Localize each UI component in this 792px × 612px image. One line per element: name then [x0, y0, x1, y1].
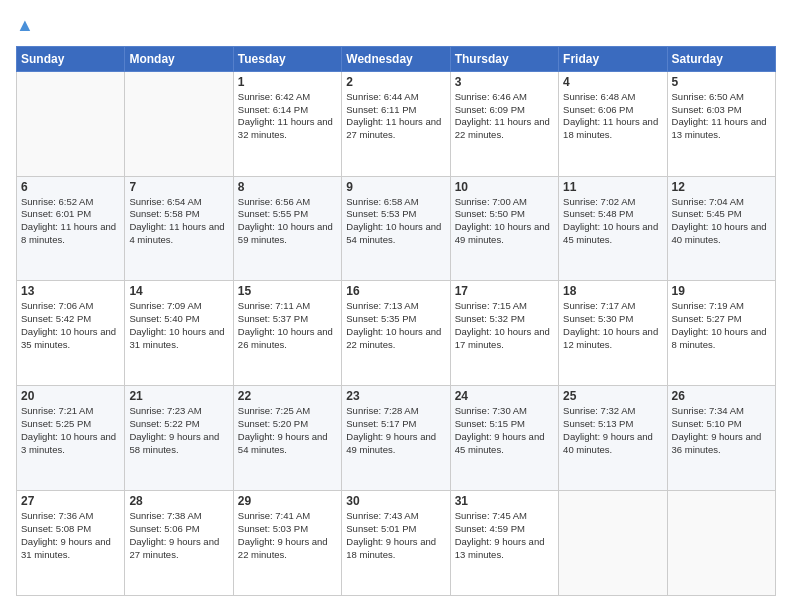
day-number: 16	[346, 284, 445, 298]
calendar-cell	[559, 491, 667, 596]
weekday-header-saturday: Saturday	[667, 46, 775, 71]
page: ▲ SundayMondayTuesdayWednesdayThursdayFr…	[0, 0, 792, 612]
day-number: 6	[21, 180, 120, 194]
logo-text: ▲	[16, 15, 34, 35]
calendar-cell: 4Sunrise: 6:48 AMSunset: 6:06 PMDaylight…	[559, 71, 667, 176]
day-info: Sunrise: 7:38 AMSunset: 5:06 PMDaylight:…	[129, 510, 228, 561]
day-info: Sunrise: 6:42 AMSunset: 6:14 PMDaylight:…	[238, 91, 337, 142]
calendar-cell: 26Sunrise: 7:34 AMSunset: 5:10 PMDayligh…	[667, 386, 775, 491]
day-info: Sunrise: 7:45 AMSunset: 4:59 PMDaylight:…	[455, 510, 554, 561]
day-info: Sunrise: 7:06 AMSunset: 5:42 PMDaylight:…	[21, 300, 120, 351]
calendar-cell: 19Sunrise: 7:19 AMSunset: 5:27 PMDayligh…	[667, 281, 775, 386]
day-number: 28	[129, 494, 228, 508]
weekday-header-row: SundayMondayTuesdayWednesdayThursdayFrid…	[17, 46, 776, 71]
day-number: 22	[238, 389, 337, 403]
day-info: Sunrise: 7:15 AMSunset: 5:32 PMDaylight:…	[455, 300, 554, 351]
day-number: 5	[672, 75, 771, 89]
weekday-header-wednesday: Wednesday	[342, 46, 450, 71]
calendar-cell: 29Sunrise: 7:41 AMSunset: 5:03 PMDayligh…	[233, 491, 341, 596]
day-info: Sunrise: 7:43 AMSunset: 5:01 PMDaylight:…	[346, 510, 445, 561]
day-number: 11	[563, 180, 662, 194]
calendar-cell: 5Sunrise: 6:50 AMSunset: 6:03 PMDaylight…	[667, 71, 775, 176]
calendar-cell: 2Sunrise: 6:44 AMSunset: 6:11 PMDaylight…	[342, 71, 450, 176]
day-info: Sunrise: 7:25 AMSunset: 5:20 PMDaylight:…	[238, 405, 337, 456]
day-number: 10	[455, 180, 554, 194]
day-number: 25	[563, 389, 662, 403]
day-number: 26	[672, 389, 771, 403]
calendar-table: SundayMondayTuesdayWednesdayThursdayFrid…	[16, 46, 776, 596]
calendar-cell: 8Sunrise: 6:56 AMSunset: 5:55 PMDaylight…	[233, 176, 341, 281]
calendar-cell: 27Sunrise: 7:36 AMSunset: 5:08 PMDayligh…	[17, 491, 125, 596]
day-info: Sunrise: 7:30 AMSunset: 5:15 PMDaylight:…	[455, 405, 554, 456]
calendar-week-1: 1Sunrise: 6:42 AMSunset: 6:14 PMDaylight…	[17, 71, 776, 176]
logo: ▲	[16, 16, 34, 36]
day-info: Sunrise: 7:23 AMSunset: 5:22 PMDaylight:…	[129, 405, 228, 456]
calendar-cell: 1Sunrise: 6:42 AMSunset: 6:14 PMDaylight…	[233, 71, 341, 176]
calendar-cell: 10Sunrise: 7:00 AMSunset: 5:50 PMDayligh…	[450, 176, 558, 281]
day-info: Sunrise: 6:58 AMSunset: 5:53 PMDaylight:…	[346, 196, 445, 247]
day-info: Sunrise: 7:02 AMSunset: 5:48 PMDaylight:…	[563, 196, 662, 247]
day-number: 13	[21, 284, 120, 298]
day-number: 29	[238, 494, 337, 508]
day-info: Sunrise: 6:48 AMSunset: 6:06 PMDaylight:…	[563, 91, 662, 142]
calendar-cell: 15Sunrise: 7:11 AMSunset: 5:37 PMDayligh…	[233, 281, 341, 386]
calendar-cell: 31Sunrise: 7:45 AMSunset: 4:59 PMDayligh…	[450, 491, 558, 596]
day-info: Sunrise: 7:32 AMSunset: 5:13 PMDaylight:…	[563, 405, 662, 456]
day-info: Sunrise: 7:21 AMSunset: 5:25 PMDaylight:…	[21, 405, 120, 456]
day-number: 20	[21, 389, 120, 403]
day-info: Sunrise: 7:36 AMSunset: 5:08 PMDaylight:…	[21, 510, 120, 561]
calendar-cell: 24Sunrise: 7:30 AMSunset: 5:15 PMDayligh…	[450, 386, 558, 491]
calendar-cell: 22Sunrise: 7:25 AMSunset: 5:20 PMDayligh…	[233, 386, 341, 491]
calendar-body: 1Sunrise: 6:42 AMSunset: 6:14 PMDaylight…	[17, 71, 776, 595]
calendar-cell: 28Sunrise: 7:38 AMSunset: 5:06 PMDayligh…	[125, 491, 233, 596]
day-number: 19	[672, 284, 771, 298]
calendar-cell: 14Sunrise: 7:09 AMSunset: 5:40 PMDayligh…	[125, 281, 233, 386]
day-number: 12	[672, 180, 771, 194]
header: ▲	[16, 16, 776, 36]
day-number: 27	[21, 494, 120, 508]
day-info: Sunrise: 6:50 AMSunset: 6:03 PMDaylight:…	[672, 91, 771, 142]
day-info: Sunrise: 7:17 AMSunset: 5:30 PMDaylight:…	[563, 300, 662, 351]
calendar-cell: 6Sunrise: 6:52 AMSunset: 6:01 PMDaylight…	[17, 176, 125, 281]
calendar-week-2: 6Sunrise: 6:52 AMSunset: 6:01 PMDaylight…	[17, 176, 776, 281]
calendar-cell: 3Sunrise: 6:46 AMSunset: 6:09 PMDaylight…	[450, 71, 558, 176]
day-info: Sunrise: 7:19 AMSunset: 5:27 PMDaylight:…	[672, 300, 771, 351]
day-info: Sunrise: 7:11 AMSunset: 5:37 PMDaylight:…	[238, 300, 337, 351]
calendar-cell: 13Sunrise: 7:06 AMSunset: 5:42 PMDayligh…	[17, 281, 125, 386]
calendar-cell: 16Sunrise: 7:13 AMSunset: 5:35 PMDayligh…	[342, 281, 450, 386]
day-info: Sunrise: 6:44 AMSunset: 6:11 PMDaylight:…	[346, 91, 445, 142]
weekday-header-sunday: Sunday	[17, 46, 125, 71]
day-info: Sunrise: 6:46 AMSunset: 6:09 PMDaylight:…	[455, 91, 554, 142]
day-info: Sunrise: 7:34 AMSunset: 5:10 PMDaylight:…	[672, 405, 771, 456]
day-info: Sunrise: 7:00 AMSunset: 5:50 PMDaylight:…	[455, 196, 554, 247]
calendar-cell	[17, 71, 125, 176]
calendar-week-3: 13Sunrise: 7:06 AMSunset: 5:42 PMDayligh…	[17, 281, 776, 386]
day-number: 18	[563, 284, 662, 298]
calendar-week-4: 20Sunrise: 7:21 AMSunset: 5:25 PMDayligh…	[17, 386, 776, 491]
calendar-cell: 21Sunrise: 7:23 AMSunset: 5:22 PMDayligh…	[125, 386, 233, 491]
day-number: 31	[455, 494, 554, 508]
day-info: Sunrise: 6:52 AMSunset: 6:01 PMDaylight:…	[21, 196, 120, 247]
calendar-cell: 12Sunrise: 7:04 AMSunset: 5:45 PMDayligh…	[667, 176, 775, 281]
day-number: 9	[346, 180, 445, 194]
day-number: 3	[455, 75, 554, 89]
calendar-cell: 20Sunrise: 7:21 AMSunset: 5:25 PMDayligh…	[17, 386, 125, 491]
day-info: Sunrise: 7:13 AMSunset: 5:35 PMDaylight:…	[346, 300, 445, 351]
weekday-header-monday: Monday	[125, 46, 233, 71]
day-number: 4	[563, 75, 662, 89]
day-number: 7	[129, 180, 228, 194]
weekday-header-friday: Friday	[559, 46, 667, 71]
day-number: 30	[346, 494, 445, 508]
day-number: 8	[238, 180, 337, 194]
day-number: 2	[346, 75, 445, 89]
calendar-cell	[667, 491, 775, 596]
day-number: 15	[238, 284, 337, 298]
calendar-cell: 7Sunrise: 6:54 AMSunset: 5:58 PMDaylight…	[125, 176, 233, 281]
day-number: 23	[346, 389, 445, 403]
calendar-cell: 30Sunrise: 7:43 AMSunset: 5:01 PMDayligh…	[342, 491, 450, 596]
calendar-week-5: 27Sunrise: 7:36 AMSunset: 5:08 PMDayligh…	[17, 491, 776, 596]
day-info: Sunrise: 7:04 AMSunset: 5:45 PMDaylight:…	[672, 196, 771, 247]
weekday-header-tuesday: Tuesday	[233, 46, 341, 71]
calendar-cell: 17Sunrise: 7:15 AMSunset: 5:32 PMDayligh…	[450, 281, 558, 386]
day-number: 14	[129, 284, 228, 298]
